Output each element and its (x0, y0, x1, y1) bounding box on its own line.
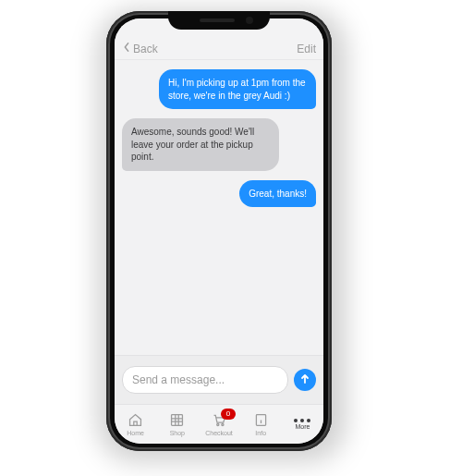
device-notch (168, 11, 270, 30)
arrow-up-icon (299, 372, 310, 388)
tab-shop[interactable]: Shop (156, 405, 198, 444)
tab-bar: Home Shop 0 Checkout Info More (115, 404, 323, 444)
back-button[interactable]: Back (122, 42, 158, 55)
svg-rect-0 (172, 415, 183, 426)
tab-label: Home (127, 430, 144, 436)
tab-label: Shop (170, 430, 185, 436)
tab-label: Info (255, 430, 266, 436)
tab-more[interactable]: More (282, 405, 323, 444)
chevron-left-icon (122, 42, 131, 55)
home-icon (128, 412, 143, 429)
message-placeholder: Send a message... (132, 373, 225, 386)
edit-button[interactable]: Edit (297, 43, 316, 55)
cart-badge: 0 (221, 409, 236, 420)
message-bubble-received: Awesome, sounds good! We'll leave your o… (122, 118, 279, 171)
tab-label: More (295, 423, 310, 430)
message-thread[interactable]: Hi, I'm picking up at 1pm from the store… (115, 60, 323, 355)
grid-icon (169, 412, 185, 429)
svg-point-1 (216, 423, 218, 425)
back-label: Back (133, 43, 158, 55)
message-input[interactable]: Send a message... (122, 366, 288, 394)
message-bubble-sent: Great, thanks! (239, 180, 316, 208)
phone-frame: Back Edit Hi, I'm picking up at 1pm from… (106, 11, 332, 451)
tab-home[interactable]: Home (115, 405, 156, 444)
svg-point-2 (221, 423, 223, 425)
tab-checkout[interactable]: 0 Checkout (198, 405, 239, 444)
more-icon (294, 419, 310, 422)
info-icon (253, 412, 269, 429)
send-button[interactable] (294, 369, 316, 391)
message-bubble-sent: Hi, I'm picking up at 1pm from the store… (159, 69, 316, 109)
screen: Back Edit Hi, I'm picking up at 1pm from… (115, 18, 323, 444)
tab-label: Checkout (205, 430, 233, 436)
tab-info[interactable]: Info (240, 405, 282, 444)
message-composer: Send a message... (115, 355, 323, 404)
